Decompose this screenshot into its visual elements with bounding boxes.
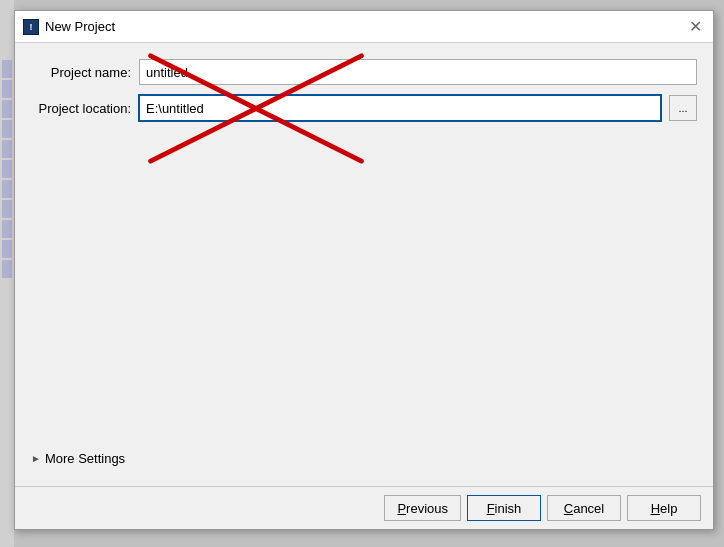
sidebar-item (2, 180, 12, 198)
content-area (31, 131, 697, 279)
help-button[interactable]: Help (627, 495, 701, 521)
icon-label: ! (30, 22, 33, 32)
sidebar-item (2, 100, 12, 118)
sidebar-item (2, 220, 12, 238)
sidebar-item (2, 240, 12, 258)
browse-button[interactable]: ... (669, 95, 697, 121)
project-location-input[interactable] (139, 95, 661, 121)
project-name-label: Project name: (31, 65, 131, 80)
finish-button[interactable]: Finish (467, 495, 541, 521)
close-button[interactable]: ✕ (685, 17, 705, 37)
dialog-content: Project name: Project location: ... (15, 43, 713, 486)
more-settings-label: More Settings (45, 451, 125, 466)
sidebar-item (2, 200, 12, 218)
more-settings-toggle[interactable]: ► More Settings (31, 447, 697, 470)
sidebar-item (2, 80, 12, 98)
sidebar-item (2, 140, 12, 158)
content-spacer (31, 289, 697, 437)
project-location-row: Project location: ... (31, 95, 697, 121)
finish-label-rest: inish (495, 501, 522, 516)
previous-underline: P (397, 501, 406, 516)
previous-label-rest: revious (406, 501, 448, 516)
title-bar: ! New Project ✕ (15, 11, 713, 43)
project-name-input[interactable] (139, 59, 697, 85)
help-label-rest: elp (660, 501, 677, 516)
chevron-right-icon: ► (31, 453, 41, 464)
title-bar-left: ! New Project (23, 19, 115, 35)
cancel-button[interactable]: Cancel (547, 495, 621, 521)
finish-underline: F (487, 501, 495, 516)
dialog-overlay: ! New Project ✕ Project name: Project lo… (0, 0, 724, 547)
project-location-label: Project location: (31, 101, 131, 116)
left-sidebar (0, 0, 14, 547)
cancel-underline: C (564, 501, 573, 516)
sidebar-item (2, 260, 12, 278)
sidebar-item (2, 60, 12, 78)
new-project-dialog: ! New Project ✕ Project name: Project lo… (14, 10, 714, 530)
dialog-title: New Project (45, 19, 115, 34)
sidebar-item (2, 160, 12, 178)
previous-button[interactable]: Previous (384, 495, 461, 521)
help-underline: H (651, 501, 660, 516)
project-name-row: Project name: (31, 59, 697, 85)
dialog-footer: Previous Finish Cancel Help (15, 486, 713, 529)
sidebar-item (2, 120, 12, 138)
dialog-icon: ! (23, 19, 39, 35)
cancel-label-rest: ancel (573, 501, 604, 516)
